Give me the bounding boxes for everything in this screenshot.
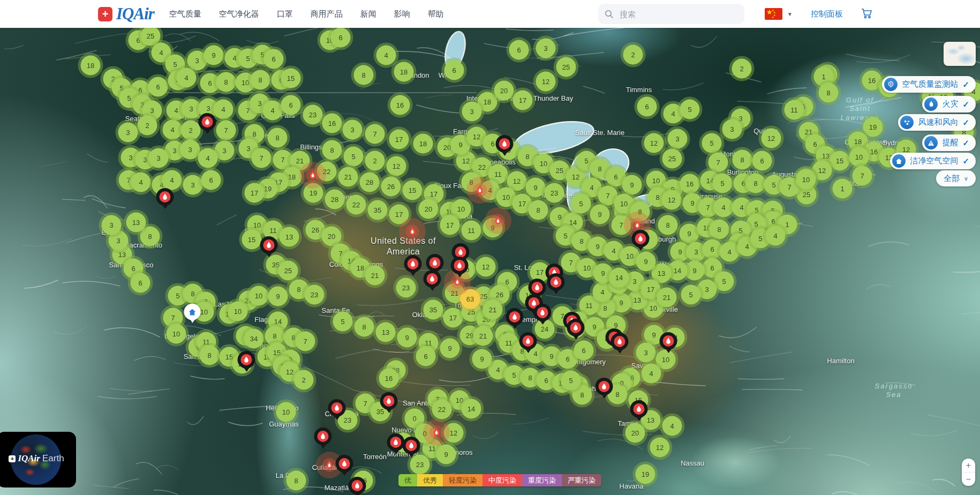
fire-pin[interactable] (349, 477, 366, 494)
aqi-marker[interactable]: 17 (389, 205, 409, 224)
aqi-marker[interactable]: 9 (526, 178, 546, 198)
aqi-marker[interactable]: 25 (278, 261, 298, 281)
layer-toggle-alert[interactable]: 提醒✓ (922, 134, 976, 151)
aqi-marker[interactable]: 9 (436, 445, 456, 464)
fire-pin[interactable] (426, 254, 444, 272)
aqi-marker[interactable]: 17 (245, 183, 265, 203)
aqi-marker[interactable]: 20 (419, 199, 439, 219)
aqi-marker[interactable]: 6 (752, 151, 772, 171)
aqi-marker[interactable]: 13 (280, 227, 299, 247)
aqi-marker[interactable]: 22 (317, 162, 337, 182)
aqi-marker[interactable]: 4 (714, 198, 734, 218)
fire-flame[interactable] (322, 458, 336, 472)
fire-pin[interactable] (660, 332, 677, 350)
aqi-marker[interactable]: 12 (476, 257, 496, 277)
aqi-marker[interactable]: 23 (305, 285, 325, 305)
aqi-marker[interactable]: 6 (331, 28, 351, 48)
layer-toggle-wind[interactable]: 风速和风向✓ (898, 114, 976, 131)
aqi-marker[interactable]: 6 (201, 170, 221, 190)
aqi-marker[interactable]: 9 (472, 349, 492, 369)
aqi-marker[interactable]: 10 (849, 147, 869, 167)
cart-icon[interactable] (860, 6, 873, 21)
aqi-marker[interactable]: 4 (662, 416, 682, 436)
aqi-marker[interactable]: 14 (462, 399, 481, 419)
aqi-marker[interactable]: 10 (276, 402, 296, 422)
fire-pin[interactable] (336, 455, 353, 472)
aqi-marker[interactable]: 19 (304, 183, 323, 203)
fire-flame[interactable] (306, 168, 320, 182)
aqi-marker[interactable]: 4 (642, 364, 661, 384)
fire-pin[interactable] (519, 332, 537, 350)
aqi-marker[interactable]: 26 (381, 177, 401, 197)
aqi-marker[interactable]: 21 (365, 266, 385, 286)
fire-pin[interactable] (451, 257, 469, 274)
aqi-marker[interactable]: 16 (680, 174, 700, 194)
fire-flame[interactable] (429, 425, 443, 439)
aqi-marker[interactable]: 5 (680, 100, 700, 119)
aqi-marker[interactable]: 23 (396, 278, 416, 298)
fire-pin[interactable] (632, 230, 650, 248)
aqi-marker[interactable]: 7 (296, 332, 315, 351)
fire-pin[interactable] (328, 399, 346, 417)
search-box[interactable] (598, 4, 744, 24)
aqi-marker[interactable]: 3 (180, 140, 200, 160)
aqi-marker[interactable]: 5 (344, 147, 364, 167)
nav-item-6[interactable]: 帮助 (428, 9, 444, 19)
aqi-marker[interactable]: 20 (625, 423, 645, 443)
aqi-marker[interactable]: 8 (200, 346, 220, 365)
fire-pin[interactable] (595, 378, 613, 395)
nav-item-0[interactable]: 空气质量 (169, 9, 201, 19)
aqi-marker[interactable]: 9 (622, 175, 642, 195)
aqi-marker[interactable]: 15 (403, 181, 423, 200)
aqi-marker[interactable]: 2 (294, 370, 314, 390)
aqi-marker[interactable]: 8 (733, 150, 752, 170)
aqi-marker[interactable]: 6 (444, 61, 464, 80)
aqi-marker[interactable]: 6 (131, 273, 150, 293)
aqi-marker[interactable]: 4 (131, 172, 151, 192)
aqi-marker[interactable]: 17 (389, 130, 409, 149)
aqi-marker[interactable]: 25 (556, 57, 576, 77)
aqi-marker[interactable]: 12 (644, 133, 664, 153)
aqi-marker[interactable]: 2 (732, 59, 752, 79)
fire-pin[interactable] (567, 319, 585, 336)
aqi-marker[interactable]: 3 (636, 343, 656, 363)
aqi-marker[interactable]: 7 (708, 153, 728, 172)
aqi-marker[interactable]: 6 (637, 97, 657, 117)
aqi-marker[interactable]: 25 (662, 149, 682, 169)
aqi-marker-moderate[interactable]: 63 (461, 289, 480, 309)
aqi-marker[interactable]: 13 (376, 322, 396, 342)
aqi-marker[interactable]: 15 (830, 151, 850, 171)
aqi-marker[interactable]: 15 (242, 230, 262, 250)
aqi-marker[interactable]: 22 (432, 400, 452, 419)
fire-pin[interactable] (260, 236, 278, 254)
aqi-marker[interactable]: 9 (204, 46, 224, 65)
aqi-marker[interactable]: 3 (149, 148, 169, 168)
aqi-marker[interactable]: 9 (685, 261, 705, 281)
layer-toggle-fire[interactable]: 火灾✓ (922, 96, 976, 112)
iqair-logo[interactable]: + IQAir (98, 4, 154, 24)
aqi-marker[interactable]: 28 (360, 172, 380, 192)
zoom-out-button[interactable]: − (962, 472, 975, 486)
aqi-marker[interactable]: 17 (443, 308, 463, 328)
nav-item-1[interactable]: 空气净化器 (219, 9, 259, 19)
aqi-marker[interactable]: 4 (263, 101, 283, 121)
aqi-marker[interactable]: 9 (680, 224, 699, 244)
aqi-marker[interactable]: 21 (338, 167, 358, 187)
aqi-marker[interactable]: 8 (710, 220, 729, 239)
aqi-marker[interactable]: 18 (413, 134, 433, 154)
aqi-marker[interactable]: 3 (118, 123, 138, 142)
fire-flame[interactable] (405, 224, 419, 238)
aqi-marker[interactable]: 10 (167, 324, 186, 344)
aqi-marker[interactable]: 3 (183, 175, 203, 195)
aqi-marker[interactable]: 3 (722, 119, 742, 139)
aqi-marker[interactable]: 4 (177, 68, 197, 88)
aqi-marker[interactable]: 16 (379, 369, 399, 388)
fire-pin[interactable] (424, 270, 441, 288)
fire-pin[interactable] (238, 351, 255, 369)
aqi-marker[interactable]: 3 (462, 102, 482, 122)
aqi-marker[interactable]: 21 (483, 300, 503, 320)
fire-pin[interactable] (403, 437, 420, 454)
aqi-marker[interactable]: 34 (244, 329, 264, 349)
language-selector[interactable]: ★ ★ ★ ★ ★ ▼ (765, 8, 793, 20)
aqi-marker[interactable]: 5 (713, 174, 733, 193)
